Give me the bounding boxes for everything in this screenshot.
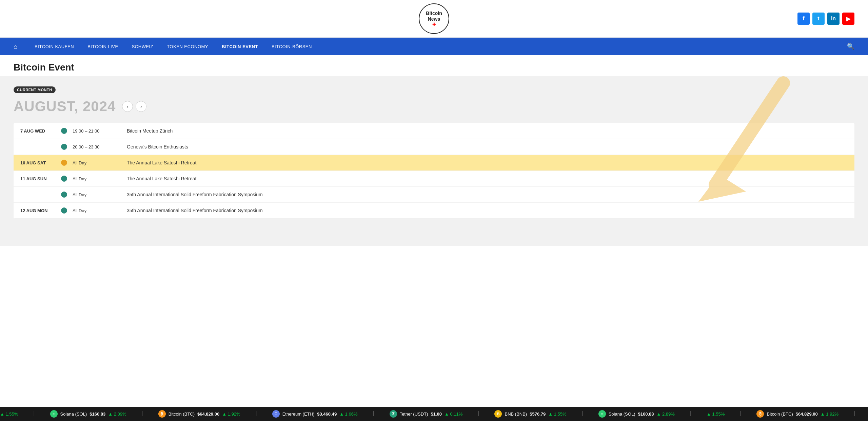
event-name: The Annual Lake Satoshi Retreat: [127, 160, 196, 165]
facebook-button[interactable]: f: [797, 13, 810, 25]
table-row[interactable]: 20:00 – 23:30 Geneva's Bitcoin Enthusias…: [14, 139, 854, 155]
event-dot: [61, 160, 67, 166]
nav-item-bitcoin-live[interactable]: BITCOIN LIVE: [81, 39, 125, 54]
logo-cross: ✚: [432, 22, 436, 27]
event-date: 10 AUG SAT: [20, 160, 61, 165]
home-nav-icon[interactable]: ⌂: [14, 38, 18, 55]
event-dot: [61, 176, 67, 182]
event-time: All Day: [73, 208, 127, 213]
nav-item-schweiz[interactable]: SCHWEIZ: [125, 39, 160, 54]
event-dot: [61, 128, 67, 134]
events-table: 7 AUG WED 19:00 – 21:00 Bitcoin Meetup Z…: [14, 123, 854, 219]
logo-text: Bitcoin News: [419, 11, 449, 22]
event-name: 35th Annual International Solid Freeform…: [127, 208, 263, 213]
event-name: Bitcoin Meetup Zürich: [127, 128, 173, 134]
event-name: Geneva's Bitcoin Enthusiasts: [127, 144, 188, 149]
prev-month-button[interactable]: ‹: [122, 101, 133, 112]
month-title: AUGUST, 2024: [14, 98, 116, 115]
event-name: The Annual Lake Satoshi Retreat: [127, 176, 196, 181]
event-date: 7 AUG WED: [20, 128, 61, 134]
nav-item-bitcoin-borsen[interactable]: BITCOIN-BÖRSEN: [265, 39, 319, 54]
nav-item-token-economy[interactable]: TOKEN ECONOMY: [160, 39, 215, 54]
table-row[interactable]: 7 AUG WED 19:00 – 21:00 Bitcoin Meetup Z…: [14, 123, 854, 139]
table-row[interactable]: 10 AUG SAT All Day The Annual Lake Satos…: [14, 155, 854, 171]
logo-circle: Bitcoin News ✚: [419, 3, 449, 34]
event-name: 35th Annual International Solid Freeform…: [127, 192, 263, 197]
table-row[interactable]: 12 AUG MON All Day 35th Annual Internati…: [14, 203, 854, 219]
table-row[interactable]: 11 AUG SUN All Day The Annual Lake Satos…: [14, 171, 854, 187]
nav-items-list: BITCOIN KAUFEN BITCOIN LIVE SCHWEIZ TOKE…: [28, 39, 854, 54]
next-month-button[interactable]: ›: [136, 101, 146, 112]
main-nav: ⌂ BITCOIN KAUFEN BITCOIN LIVE SCHWEIZ TO…: [0, 38, 868, 55]
nav-item-bitcoin-kaufen[interactable]: BITCOIN KAUFEN: [28, 39, 81, 54]
event-dot: [61, 192, 67, 198]
event-date: 11 AUG SUN: [20, 176, 61, 181]
event-time: All Day: [73, 160, 127, 165]
month-nav: AUGUST, 2024 ‹ ›: [14, 98, 854, 115]
twitter-button[interactable]: t: [812, 13, 825, 25]
site-header: Bitcoin News ✚ f t in ▶: [0, 0, 868, 38]
event-time: All Day: [73, 176, 127, 181]
linkedin-button[interactable]: in: [827, 13, 840, 25]
event-date: 12 AUG MON: [20, 208, 61, 213]
event-dot: [61, 207, 67, 214]
site-logo: Bitcoin News ✚: [419, 3, 449, 34]
event-time: All Day: [73, 192, 127, 197]
table-row[interactable]: All Day 35th Annual International Solid …: [14, 187, 854, 203]
current-month-badge: CURRENT MONTH: [14, 86, 56, 93]
page-title: Bitcoin Event: [14, 62, 854, 73]
event-time: 20:00 – 23:30: [73, 144, 127, 149]
nav-item-bitcoin-event[interactable]: BITCOIN EVENT: [215, 39, 265, 54]
youtube-button[interactable]: ▶: [842, 13, 854, 25]
page-title-section: Bitcoin Event: [0, 55, 868, 76]
event-dot: [61, 144, 67, 150]
calendar-section: CURRENT MONTH AUGUST, 2024 ‹ › 7 AUG WED…: [0, 76, 868, 246]
social-icons: f t in ▶: [797, 13, 854, 25]
event-time: 19:00 – 21:00: [73, 128, 127, 134]
search-icon[interactable]: 🔍: [847, 43, 854, 50]
